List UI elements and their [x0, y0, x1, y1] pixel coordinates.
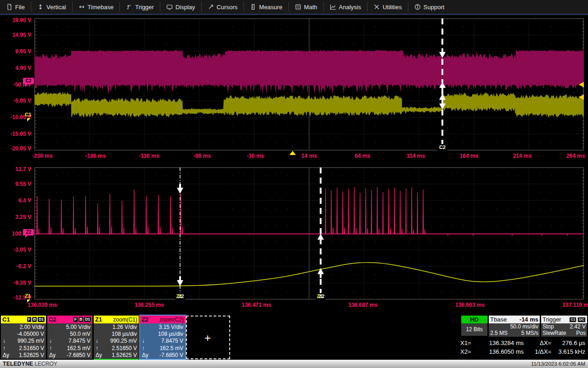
- brand-primary: TELEDYNE: [3, 361, 33, 367]
- menu-label: Analysis: [339, 4, 361, 11]
- x2-value: 136.6050 ms: [477, 347, 524, 356]
- monitor-icon: [166, 4, 173, 10]
- channel-id: Z1: [95, 316, 102, 323]
- timebase-offset: -14 ms: [520, 316, 538, 323]
- cursor-arrow-icon: [317, 234, 324, 240]
- c2-position-marker[interactable]: C2: [23, 78, 34, 84]
- trigger-source-badge: C1: [569, 317, 577, 322]
- y-axis-label: 9.95 V: [1, 48, 31, 55]
- menu-item-file[interactable]: File: [0, 2, 31, 12]
- trigger-box[interactable]: Trigger C1 DC Stop2.42 V SlewRatePos: [541, 316, 587, 337]
- timebase-label: Tbase: [490, 316, 507, 323]
- y-axis-label: 4.95 V: [1, 65, 31, 71]
- max-value: 2.51650 V: [112, 345, 137, 352]
- channel-box-z1[interactable]: Z1 zoom(C1) 1.26 V/div 108 µs/div ↓990.2…: [94, 316, 139, 359]
- cursor-arrow-stem: [179, 276, 181, 280]
- max-arrow-icon: ↑: [3, 345, 6, 352]
- channel-box-header: Z2 zoom(C2): [140, 316, 185, 323]
- horizontal-arrows-icon: [79, 4, 85, 10]
- timebase-box[interactable]: Tbase -14 ms 50.0 ms/div 2.5 MS5 MS/s: [489, 316, 540, 337]
- channel-level-marker[interactable]: [579, 94, 584, 100]
- x-axis-label: -136 ms: [127, 153, 171, 159]
- brand-logo: TELEDYNELECROY: [3, 361, 57, 367]
- offset-value: 50.0 mV: [70, 331, 90, 338]
- max-value: 2.51650 V: [19, 345, 44, 352]
- menu-label: Measure: [259, 4, 283, 11]
- channel-box-z2[interactable]: Z2 zoom(C2) 3.15 V/div 108 µs/div ↓7.847…: [140, 316, 185, 359]
- delta-value: 1.52625 V: [112, 352, 137, 359]
- trigger-label: Trigger: [543, 316, 561, 323]
- hd-mode-box[interactable]: HD 12 Bits: [461, 316, 487, 336]
- status-bar: TELEDYNELECROY 11/13/2023 6:02:05 AM: [0, 360, 588, 368]
- menu-item-measure[interactable]: Measure: [244, 2, 289, 12]
- min-value: 990.25 mV: [110, 338, 137, 345]
- menu-item-trigger[interactable]: Trigger: [120, 2, 160, 12]
- zoom-graticule: Z1Z2Z1Z2: [34, 167, 584, 299]
- menu-item-display[interactable]: Display: [160, 2, 202, 12]
- badge-d1: D1: [38, 317, 45, 322]
- x-axis-label: 136.471 ms: [234, 302, 278, 308]
- y-axis-label: 19.95 V: [1, 17, 31, 23]
- inv-dx-label: 1/ΔX=: [524, 347, 551, 356]
- channel-box-header: C2 F B D1: [47, 316, 92, 323]
- zoom-source-label: zoom(C1): [113, 316, 137, 323]
- trigger-edge-icon: [126, 4, 132, 10]
- menu-item-cursors[interactable]: Cursors: [202, 2, 244, 12]
- channel-box-body: 1.26 V/div 108 µs/div ↓990.25 mV ↑2.5165…: [94, 323, 139, 359]
- trigger-coupling-badge: DC: [577, 317, 586, 322]
- vdiv-value: 5.00 V/div: [66, 324, 90, 331]
- z1-position-marker[interactable]: Z1: [25, 293, 31, 299]
- y-axis-label: -3.05 V: [1, 247, 31, 253]
- y-axis-label: 12.7 V: [1, 166, 31, 172]
- z2-position-marker[interactable]: Z2: [23, 229, 34, 236]
- trigger-position-marker[interactable]: [289, 151, 296, 155]
- line-chart-icon: [330, 4, 336, 10]
- channel-id: C2: [49, 316, 57, 323]
- menu-label: File: [15, 4, 25, 11]
- cursor-label: C2: [439, 144, 446, 150]
- cursor-arrow-stem: [441, 100, 443, 104]
- cursor-label: Z2: [319, 293, 325, 299]
- x-axis-label: 137.119 ms: [555, 302, 588, 308]
- delta-label: Δy: [49, 352, 56, 359]
- y-axis-label: 3.25 V: [1, 214, 31, 220]
- cursor-arrow-stem: [441, 48, 443, 52]
- channel-box-c2[interactable]: C2 F B D1 5.00 V/div 50.0 mV ↓7.8475 V ↑…: [47, 316, 92, 359]
- x-axis-label: 136.255 ms: [127, 302, 171, 308]
- trigger-mode: Stop: [543, 324, 554, 330]
- x-axis-label: -186 ms: [74, 153, 118, 159]
- channel-box-c1[interactable]: C1 F B D1 2.00 V/div -4.05000 V ↓990.25 …: [1, 316, 46, 359]
- menu-label: Trigger: [135, 4, 154, 11]
- max-arrow-icon: ↑: [49, 345, 52, 352]
- channel-box-body: 2.00 V/div -4.05000 V ↓990.25 mV ↑2.5165…: [1, 323, 46, 359]
- cursor-arrow-stem: [441, 88, 443, 92]
- vdiv-value: 1.26 V/div: [113, 324, 137, 331]
- channel-box-body: 5.00 V/div 50.0 mV ↓7.8475 V ↑162.5 mV Δ…: [47, 323, 92, 359]
- x-axis-label: 136.903 ms: [448, 302, 492, 308]
- c1-position-marker[interactable]: C1: [25, 112, 31, 117]
- cursor-arrow-icon: [208, 4, 214, 10]
- info-icon: [414, 4, 421, 10]
- menu-item-support[interactable]: Support: [408, 2, 451, 12]
- x-axis-label: 136.039 ms: [20, 302, 64, 308]
- vdiv-value: 3.15 V/div: [159, 324, 183, 331]
- menu-item-vertical[interactable]: Vertical: [31, 2, 73, 12]
- trigger-level-marker[interactable]: [579, 82, 584, 87]
- timebase-scale: 50.0 ms/div: [510, 324, 538, 330]
- x1-value: 136.3284 ms: [477, 339, 524, 347]
- cursor-arrow-stem: [179, 184, 181, 188]
- delta-label: Δy: [3, 352, 9, 359]
- menu-item-math[interactable]: Math: [289, 2, 324, 12]
- x-axis-label: 114 ms: [394, 153, 438, 159]
- menu-item-timebase[interactable]: Timebase: [73, 2, 120, 12]
- vdiv-value: 2.00 V/div: [20, 324, 44, 331]
- badge-f: F: [74, 317, 78, 322]
- add-trace-box[interactable]: +: [186, 316, 230, 359]
- menu-item-analysis[interactable]: Analysis: [324, 2, 368, 12]
- brand-secondary: LECROY: [34, 361, 57, 367]
- x-axis-label: -236 ms: [20, 153, 64, 159]
- zoom-source-label: zoom(C2): [159, 316, 184, 323]
- min-value: 7.8475 V: [68, 338, 90, 345]
- menu-item-utilities[interactable]: Utilities: [368, 2, 408, 12]
- channel-box-header: C1 F B D1: [1, 316, 46, 323]
